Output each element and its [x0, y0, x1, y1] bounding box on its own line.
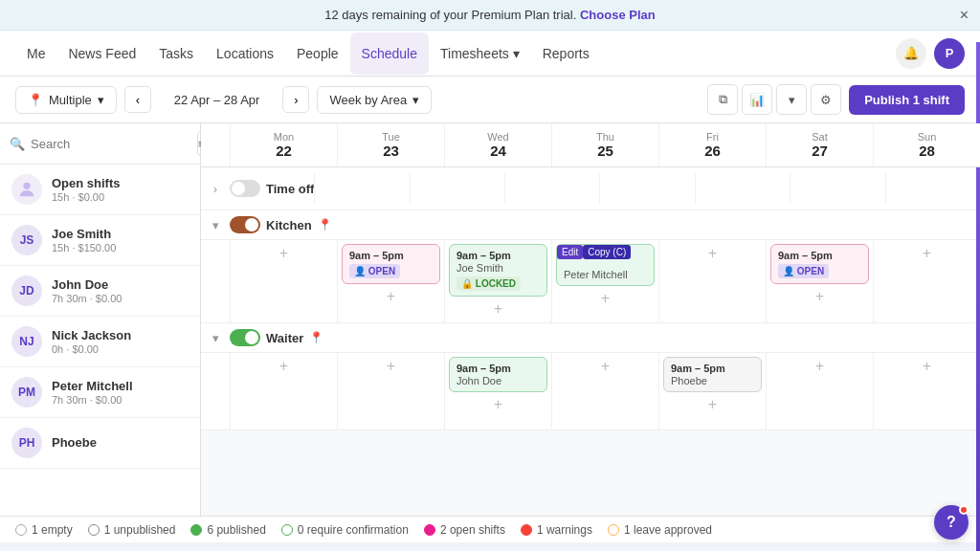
- nav-reports[interactable]: Reports: [531, 33, 601, 75]
- cell-kitchen-sat: 9am – 5pm 👤 OPEN +: [766, 240, 873, 322]
- day-header-tue: Tue 23: [337, 123, 444, 166]
- choose-plan-link[interactable]: Choose Plan: [580, 8, 656, 22]
- calendar-grid: Mon 22 Tue 23 Wed 24 Thu 25 Fri 26 Sat 2…: [201, 123, 980, 516]
- cell-waiter-sat: +: [766, 353, 873, 430]
- shift-time: 9am – 5pm: [349, 250, 433, 261]
- shift-card[interactable]: 9am – 5pm John Doe: [449, 357, 547, 392]
- waiter-toggle-switch[interactable]: [230, 329, 260, 346]
- add-shift-fri-kitchen[interactable]: +: [663, 244, 762, 263]
- list-item[interactable]: PM Peter Mitchell 7h 30m · $0.00: [0, 367, 200, 418]
- nav-tasks[interactable]: Tasks: [147, 33, 205, 75]
- edit-shift-button[interactable]: Edit: [557, 245, 583, 259]
- day-header-fri: Fri 26: [658, 123, 766, 166]
- add-shift-sat-kitchen[interactable]: +: [770, 287, 869, 306]
- add-shift-fri-waiter[interactable]: +: [663, 395, 762, 414]
- cell-kitchen-fri: +: [658, 240, 766, 322]
- status-confirm: 0 require confirmation: [281, 523, 409, 537]
- shift-card[interactable]: Edit Copy (C) Peter Mitchell: [556, 244, 655, 286]
- svg-point-0: [23, 183, 30, 189]
- banner-close[interactable]: ×: [960, 7, 969, 24]
- staff-name: Joe Smith: [52, 227, 116, 241]
- day-header-wed: Wed 24: [444, 123, 551, 166]
- shift-card[interactable]: 9am – 5pm 👤 OPEN: [342, 244, 440, 284]
- location-selector[interactable]: 📍 Multiple ▾: [15, 86, 117, 114]
- view-mode-selector[interactable]: Week by Area ▾: [317, 86, 432, 114]
- next-week-button[interactable]: ›: [282, 86, 309, 113]
- empty-dot: [15, 524, 27, 536]
- avatar: PH: [11, 428, 42, 458]
- day-header-sun: Sun 28: [873, 123, 980, 166]
- time-off-toggle[interactable]: ›: [201, 182, 230, 196]
- copy-shift-button[interactable]: Copy (C): [583, 245, 631, 259]
- help-button[interactable]: ?: [934, 505, 969, 540]
- add-shift-sun-kitchen[interactable]: +: [878, 244, 976, 263]
- cell-kitchen-tue: 9am – 5pm 👤 OPEN +: [337, 240, 444, 322]
- shift-time: 9am – 5pm: [671, 363, 754, 374]
- avatar: PM: [11, 377, 42, 408]
- schedule-toolbar: 📍 Multiple ▾ ‹ 22 Apr – 28 Apr › Week by…: [0, 77, 980, 123]
- add-shift-sun-waiter[interactable]: +: [878, 357, 976, 376]
- open-badge: 👤 OPEN: [349, 264, 400, 278]
- more-options-button[interactable]: ▾: [776, 84, 807, 115]
- avatar: [11, 174, 42, 205]
- shift-time: 9am – 5pm: [778, 250, 861, 261]
- shift-card[interactable]: 9am – 5pm Phoebe: [663, 357, 762, 392]
- open-badge: 👤 OPEN: [778, 264, 829, 278]
- status-empty: 1 empty: [15, 523, 73, 537]
- cell-kitchen-mon: +: [230, 240, 337, 322]
- list-item[interactable]: PH Phoebe: [0, 418, 200, 469]
- add-shift-mon-kitchen[interactable]: +: [234, 244, 333, 263]
- publish-button[interactable]: Publish 1 shift: [849, 85, 965, 115]
- waiter-toggle[interactable]: ▾: [201, 331, 230, 345]
- shift-time: 9am – 5pm: [457, 250, 540, 261]
- prev-week-button[interactable]: ‹: [124, 86, 151, 113]
- add-shift-sat-waiter[interactable]: +: [770, 357, 869, 376]
- toolbar-icons: ⧉ 📊 ▾ ⚙: [707, 84, 841, 115]
- list-item[interactable]: JD John Doe 7h 30m · $0.00: [0, 266, 200, 317]
- add-shift-mon-waiter[interactable]: +: [234, 357, 333, 376]
- nav-newsfeed[interactable]: News Feed: [56, 33, 147, 75]
- day-header-thu: Thu 25: [551, 123, 658, 166]
- add-shift-wed-kitchen[interactable]: +: [449, 299, 547, 319]
- status-open-shifts: 2 open shifts: [424, 523, 505, 537]
- shift-card[interactable]: 9am – 5pm 👤 OPEN: [770, 244, 869, 284]
- list-item[interactable]: JS Joe Smith 15h · $150.00: [0, 215, 200, 266]
- add-shift-wed-waiter[interactable]: +: [449, 395, 547, 414]
- nav-locations[interactable]: Locations: [205, 33, 285, 75]
- cell-kitchen-thu: Edit Copy (C) Peter Mitchell +: [551, 240, 658, 322]
- nav-schedule[interactable]: Schedule: [350, 33, 429, 75]
- kitchen-toggle-switch[interactable]: [230, 216, 260, 233]
- list-item[interactable]: Open shifts 15h · $0.00: [0, 165, 200, 215]
- nav-timesheets[interactable]: Timesheets ▾: [429, 33, 531, 75]
- add-shift-tue-waiter[interactable]: +: [342, 357, 440, 376]
- waiter-shifts-row: + + 9am – 5pm John Doe + + 9am – 5p: [201, 353, 980, 430]
- nav-icons: 🔔 P: [896, 38, 965, 69]
- add-shift-tue-kitchen[interactable]: +: [342, 287, 440, 306]
- staff-meta: 15h · $150.00: [52, 242, 116, 253]
- user-avatar[interactable]: P: [934, 38, 965, 69]
- shift-person: Joe Smith: [457, 262, 540, 274]
- staff-name: John Doe: [52, 277, 122, 292]
- location-chevron-icon: ▾: [98, 93, 104, 107]
- search-input[interactable]: [31, 137, 191, 151]
- cell-kitchen-sun: +: [873, 240, 980, 322]
- notifications-button[interactable]: 🔔: [896, 38, 926, 69]
- list-item[interactable]: NJ Nick Jackson 0h · $0.00: [0, 317, 200, 367]
- chart-button[interactable]: 📊: [742, 84, 772, 115]
- avatar: JS: [11, 225, 42, 255]
- kitchen-label-area: Kitchen 📍: [230, 216, 332, 233]
- kitchen-toggle[interactable]: ▾: [201, 218, 230, 232]
- add-shift-thu-waiter[interactable]: +: [556, 357, 655, 376]
- copy-button[interactable]: ⧉: [707, 84, 738, 115]
- nav-me[interactable]: Me: [15, 33, 56, 75]
- nav-people[interactable]: People: [285, 33, 350, 75]
- shift-card[interactable]: 9am – 5pm Joe Smith 🔒 LOCKED: [449, 244, 547, 297]
- add-shift-thu-kitchen[interactable]: +: [556, 289, 655, 308]
- time-off-toggle-switch[interactable]: [230, 180, 260, 197]
- cell-waiter-wed: 9am – 5pm John Doe +: [444, 353, 551, 430]
- cell-waiter-thu: +: [551, 353, 658, 430]
- time-off-row: › Time off: [201, 167, 980, 210]
- status-leave: 1 leave approved: [608, 523, 712, 537]
- status-published: 6 published: [190, 523, 265, 537]
- settings-button[interactable]: ⚙: [811, 84, 841, 115]
